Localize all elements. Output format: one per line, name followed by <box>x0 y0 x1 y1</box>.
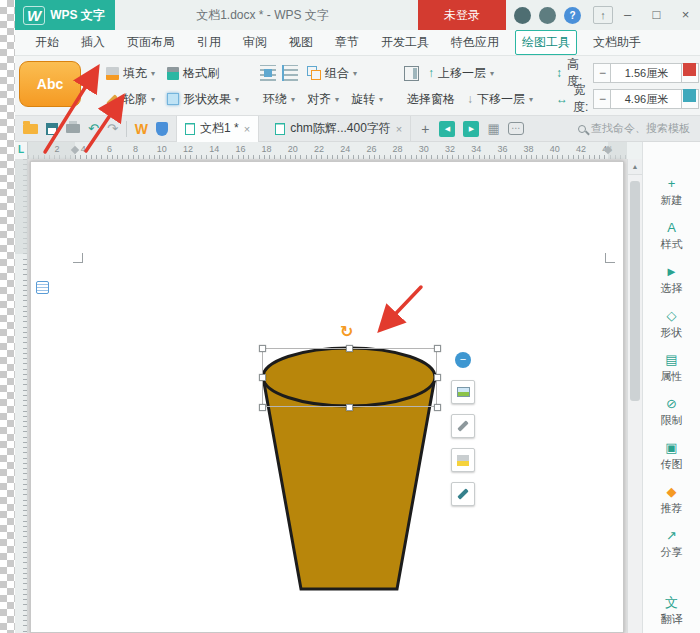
close-tab-icon[interactable]: × <box>396 123 402 135</box>
image-icon: ▣ <box>665 441 677 455</box>
sidebar-item-styles[interactable]: A 样式 <box>643 214 700 258</box>
tab-drawing-tools[interactable]: 绘图工具 <box>515 30 577 55</box>
new-tab-button[interactable]: + <box>419 121 431 137</box>
document-canvas[interactable]: ↻ − <box>28 159 627 633</box>
document-page[interactable]: ↻ − <box>30 161 624 633</box>
left-margin-marker[interactable] <box>71 146 79 154</box>
feedback-bubble-icon[interactable]: ⋯ <box>508 122 524 135</box>
open-folder-icon[interactable] <box>23 124 38 134</box>
vertical-ruler[interactable] <box>15 159 28 633</box>
outline-button[interactable]: 轮廓 ▾ <box>103 87 158 111</box>
app-menu-button[interactable]: W WPS 文字 <box>15 0 115 30</box>
resize-handle-right[interactable] <box>434 374 441 381</box>
outline-icon <box>106 93 119 106</box>
sidebar-item-properties[interactable]: ▤ 属性 <box>643 346 700 390</box>
wps-window: W WPS 文字 文档1.docx * - WPS 文字 未登录 ? ↑ – □… <box>15 0 700 633</box>
tab-stop-selector[interactable]: L <box>15 142 28 159</box>
close-tab-icon[interactable]: × <box>244 123 250 135</box>
shape-style-sample[interactable]: Abc <box>19 61 81 107</box>
tab-view[interactable]: 视图 <box>283 31 319 54</box>
rotate-handle[interactable]: ↻ <box>340 322 353 341</box>
resize-handle-bottom[interactable] <box>346 404 353 411</box>
help-icon[interactable]: ? <box>564 7 581 24</box>
sidebar-item-new[interactable]: + 新建 <box>643 170 700 214</box>
tab-page-layout[interactable]: 页面布局 <box>121 31 181 54</box>
save-icon[interactable] <box>46 123 58 135</box>
settings-icon[interactable] <box>539 7 556 24</box>
sidebar-item-recommend[interactable]: ◆ 推荐 <box>643 478 700 522</box>
prev-tab-button[interactable]: ◀ <box>439 121 455 137</box>
document-tab-1[interactable]: 文档1 * × <box>176 116 259 142</box>
ruler-row: L 24681012141618202224262830323436384042… <box>15 142 627 159</box>
next-tab-button[interactable]: ▶ <box>463 121 479 137</box>
collapse-quickbar-button[interactable]: − <box>455 352 471 368</box>
wrap-button[interactable]: 环绕 ▾ <box>260 87 298 111</box>
sidebar-item-label: 传图 <box>661 457 683 472</box>
gallery-more-icon[interactable]: ▾ <box>81 61 95 111</box>
vertical-scrollbar[interactable]: ▲ <box>627 159 642 633</box>
message-icon[interactable] <box>514 7 531 24</box>
align-button[interactable]: 对齐 ▾ <box>304 87 342 111</box>
tab-special-apps[interactable]: 特色应用 <box>445 31 505 54</box>
scroll-up-icon[interactable]: ▲ <box>628 159 642 175</box>
maximize-button[interactable]: □ <box>642 0 671 30</box>
sidebar-item-share[interactable]: ↗ 分享 <box>643 522 700 566</box>
caret-down-icon: ▾ <box>151 69 155 78</box>
align-label: 对齐 <box>307 91 331 108</box>
sidebar-item-restrict[interactable]: ⊘ 限制 <box>643 390 700 434</box>
quick-outline-button[interactable] <box>451 414 475 438</box>
redo-icon[interactable]: ↷ <box>107 121 118 136</box>
quick-wrap-button[interactable] <box>451 380 475 404</box>
login-button[interactable]: 未登录 <box>418 0 506 30</box>
horizontal-ruler[interactable]: 2468101214161820222426283032343638404244 <box>28 142 627 159</box>
sidebar-item-select[interactable]: ► 选择 <box>643 258 700 302</box>
ribbon-collapse-icon[interactable]: ↑ <box>593 6 613 24</box>
align-objects-icon[interactable] <box>282 65 298 81</box>
selection-pane-icon[interactable] <box>404 66 419 81</box>
tab-review[interactable]: 审阅 <box>237 31 273 54</box>
scrollbar-thumb[interactable] <box>630 181 640 401</box>
tab-home[interactable]: 开始 <box>29 31 65 54</box>
text-wrap-icon[interactable] <box>260 65 276 81</box>
print-icon[interactable] <box>66 124 80 133</box>
wps-w-icon[interactable]: W <box>135 121 148 137</box>
tab-dev-tools[interactable]: 开发工具 <box>375 31 435 54</box>
shape-quick-toolbar: − <box>449 352 477 522</box>
resize-handle-top-right[interactable] <box>434 345 441 352</box>
width-value[interactable]: 4.96厘米 <box>611 90 681 108</box>
bring-forward-button[interactable]: ↑ 上移一层 ▾ <box>425 61 497 85</box>
resize-handle-top-left[interactable] <box>259 345 266 352</box>
height-decrease-button[interactable]: − <box>594 64 611 82</box>
shape-effects-button[interactable]: 形状效果 ▾ <box>164 87 242 111</box>
resize-handle-bottom-left[interactable] <box>259 404 266 411</box>
sidebar-item-upload-image[interactable]: ▣ 传图 <box>643 434 700 478</box>
docer-shield-icon[interactable] <box>156 122 168 136</box>
translate-icon: 文 <box>665 596 678 610</box>
group-button[interactable]: 组合 ▾ <box>304 61 360 85</box>
app-logo-label: WPS 文字 <box>50 7 105 24</box>
tab-doc-assistant[interactable]: 文档助手 <box>587 31 647 54</box>
command-search[interactable]: 查找命令、搜索模板 <box>578 121 690 136</box>
quick-fill-button[interactable] <box>451 448 475 472</box>
minimize-button[interactable]: – <box>613 0 642 30</box>
tab-list-icon[interactable]: ▦ <box>487 121 499 136</box>
sidebar-item-shapes[interactable]: ◇ 形状 <box>643 302 700 346</box>
tab-insert[interactable]: 插入 <box>75 31 111 54</box>
tab-section[interactable]: 章节 <box>329 31 365 54</box>
sidebar-item-translate[interactable]: 文 翻译 <box>643 589 700 633</box>
resize-handle-left[interactable] <box>259 374 266 381</box>
quick-effects-button[interactable] <box>451 482 475 506</box>
close-button[interactable]: × <box>671 0 700 30</box>
resize-handle-bottom-right[interactable] <box>434 404 441 411</box>
rotate-button[interactable]: 旋转 ▾ <box>348 87 386 111</box>
document-tab-2[interactable]: chm陈辉...400字符 × <box>267 116 411 142</box>
undo-icon[interactable]: ↶ <box>88 121 99 136</box>
tab-references[interactable]: 引用 <box>191 31 227 54</box>
format-painter-button[interactable]: 格式刷 <box>164 61 242 85</box>
resize-handle-top[interactable] <box>346 345 353 352</box>
selection-pane-button[interactable]: 选择窗格 <box>404 87 458 111</box>
fill-button[interactable]: 填充 ▾ <box>103 61 158 85</box>
width-decrease-button[interactable]: − <box>594 90 611 108</box>
send-backward-button[interactable]: ↓ 下移一层 ▾ <box>464 87 536 111</box>
height-value[interactable]: 1.56厘米 <box>611 64 681 82</box>
